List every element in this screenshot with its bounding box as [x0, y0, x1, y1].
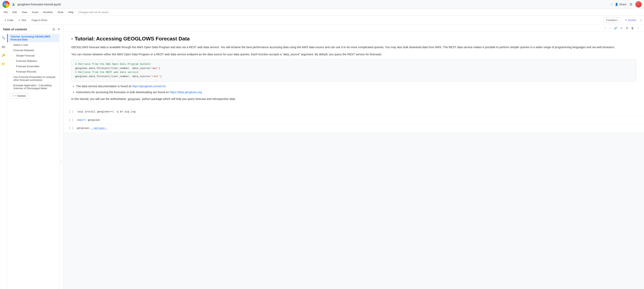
outro-paragraph: In this tutorial, you will use the autho… — [71, 97, 636, 102]
variable-icon[interactable]: {x} — [1, 44, 6, 49]
cell-content-1[interactable]: !pip install geoglows>=1 -q &> pip.log — [75, 109, 644, 115]
settings-icon[interactable]: ⚙ — [629, 2, 632, 7]
plus-icon: + — [4, 19, 6, 22]
more-button[interactable]: ⋮ — [636, 26, 641, 30]
data-link[interactable]: https://data.geoglows.org — [170, 91, 202, 94]
toc-item-tutorial[interactable]: Tutorial: Accessing GEOGLOWS Forecast Da… — [7, 34, 59, 42]
sidebar-nav-icons: 🔍 {x} 🔑 📁 — [0, 33, 7, 289]
main-layout: Table of contents ⊟ ✕ 🔍 {x} 🔑 📁 Tutorial… — [0, 25, 644, 289]
cell-gutter-3: [ ] — [63, 125, 75, 132]
folder-icon[interactable]: 📁 — [1, 61, 6, 67]
changes-warning: Changes will not be saved — [78, 11, 108, 14]
chrome-bar: CO geoglows-forecasts-tutorial.ipynb ☆ 👤… — [0, 0, 644, 9]
plus-section-icon: + — [12, 94, 14, 97]
cell-gutter-1: [ ] — [63, 109, 75, 115]
toc-item-use-ensembles[interactable]: Use Forecast Ensembles to compute other … — [7, 74, 59, 83]
docs-link[interactable]: https://geoglows.ecmwf.int — [132, 85, 165, 88]
toc-item-select-river[interactable]: Select a river — [7, 42, 59, 48]
geoglows-module: geoglows — [88, 119, 100, 122]
add-text-button[interactable]: + Text — [16, 18, 28, 23]
code-line-2: geoglows.data.forecast(river_number, dat… — [75, 66, 632, 71]
move-down-button[interactable]: ↓ — [608, 26, 612, 30]
cell-toolbar: ↑ ↓ 🔗 ✏ ⧉ 🗑 ⋮ — [63, 25, 644, 32]
menu-help[interactable]: Help — [66, 10, 76, 15]
menu-runtime[interactable]: Runtime — [41, 10, 55, 15]
copy-button[interactable]: ⧉ — [625, 26, 629, 30]
code-comment-1: # Retrieve from the AWS Open Data Progra… — [75, 63, 151, 66]
cell-gutter-2: [ ] — [63, 117, 75, 124]
notebook-toolbar: + Code + Text Copy to Drive Connect ▾ ✦ … — [0, 16, 644, 25]
code-cell-1: [ ] !pip install geoglows>=1 -q &> pip.l… — [63, 108, 644, 116]
colab-logo: CO — [2, 1, 10, 8]
toc-item-forecast-records[interactable]: Forecast Records — [7, 69, 59, 74]
list-item-docs: The data service documentation is found … — [76, 84, 636, 89]
toc-item-forecast-datasets[interactable]: Forecast Datasets — [7, 48, 59, 53]
search-icon[interactable]: 🔍 — [1, 35, 6, 41]
sidebar-collapse-button[interactable]: ‹ — [59, 33, 63, 289]
chrome-actions: 👤 Share ⚙ — [615, 1, 642, 8]
menu-view[interactable]: View — [20, 10, 29, 15]
link-button[interactable]: 🔗 — [613, 26, 618, 30]
intro-paragraph-2: You can choose between either the AWS Op… — [71, 52, 636, 57]
content-area: ↑ ↓ 🔗 ✏ ⧉ 🗑 ⋮ ▾ Tutorial: Accessing GEOG… — [63, 25, 644, 289]
intro-paragraph-1: GEOGLOWS forecast data is available thro… — [71, 45, 636, 50]
info-list: The data service documentation is found … — [76, 84, 636, 95]
add-code-button[interactable]: + Code — [2, 18, 15, 23]
notebook-heading: ▾ Tutorial: Accessing GEOGLOWS Forecast … — [71, 36, 636, 42]
menu-file[interactable]: File — [2, 10, 10, 15]
star-icon[interactable]: ☆ — [610, 3, 613, 6]
move-up-button[interactable]: ↑ — [604, 26, 607, 30]
sidebar-toc: Tutorial: Accessing GEOGLOWS Forecast Da… — [7, 33, 59, 289]
pip-command: !pip install geoglows>=1 -q &> pip.log — [77, 110, 136, 113]
sidebar: Table of contents ⊟ ✕ 🔍 {x} 🔑 📁 Tutorial… — [0, 25, 63, 289]
import-keyword: import — [77, 119, 86, 122]
toc-item-example-app[interactable]: Example Application - Calculating Volume… — [7, 83, 59, 91]
toc-item-forecast-ensembles[interactable]: Forecast Ensembles — [7, 64, 59, 69]
cell-content-2[interactable]: import geoglows — [75, 117, 644, 124]
share-button[interactable]: 👤 Share — [615, 3, 626, 6]
menu-bar: File Edit View Insert Runtime Tools Help… — [0, 9, 644, 16]
chevron-down-icon: ▾ — [616, 19, 618, 22]
connect-button[interactable]: Connect ▾ — [603, 17, 621, 23]
person-icon: 👤 — [615, 3, 618, 6]
drive-icon — [12, 3, 16, 6]
inline-code-block: # Retrieve from the AWS Open Data Progra… — [71, 59, 636, 82]
section-toggle[interactable]: ▾ — [71, 37, 73, 41]
copy-to-drive-button[interactable]: Copy to Drive — [29, 18, 50, 23]
sidebar-layout-icon[interactable]: ⊟ — [52, 27, 56, 32]
gemini-button[interactable]: ✦ Gemini — [622, 18, 638, 23]
cell-content-3[interactable]: geoglows.__version__ — [75, 125, 644, 132]
sidebar-body: 🔍 {x} 🔑 📁 Tutorial: Accessing GEOGLOWS F… — [0, 33, 63, 289]
plus-icon-text: + — [18, 19, 20, 22]
markdown-cell-intro: ▾ Tutorial: Accessing GEOGLOWS Forecast … — [63, 32, 644, 108]
toolbar-right: Connect ▾ ✦ Gemini › — [603, 17, 642, 23]
sidebar-title: Table of contents — [3, 28, 27, 31]
code-cell-3: [ ] geoglows.__version__ — [63, 124, 644, 133]
edit-button[interactable]: ✏ — [620, 26, 624, 30]
key-icon[interactable]: 🔑 — [1, 53, 6, 58]
menu-edit[interactable]: Edit — [10, 10, 19, 15]
add-section-button[interactable]: + + Section — [10, 93, 28, 99]
menu-tools[interactable]: Tools — [56, 10, 65, 15]
code-comment-2: # Retrieve from the REST web data servic… — [75, 71, 138, 74]
sidebar-header: Table of contents ⊟ ✕ — [0, 25, 63, 33]
toc-item-simple-forecast[interactable]: Simple Forecast — [7, 53, 59, 58]
version-code: geoglows.__version__ — [77, 127, 108, 130]
menu-insert[interactable]: Insert — [30, 10, 40, 15]
sidebar-header-icons: ⊟ ✕ — [52, 27, 60, 32]
delete-button[interactable]: 🗑 — [630, 26, 635, 30]
avatar[interactable] — [635, 1, 642, 8]
notebook-title: geoglows-forecasts-tutorial.ipynb — [18, 3, 608, 6]
sidebar-close-icon[interactable]: ✕ — [57, 27, 60, 32]
code-cell-2: [ ] import geoglows — [63, 116, 644, 124]
geoglows-inline-code: geoglows — [127, 98, 141, 101]
collapse-icon[interactable]: › — [640, 18, 642, 22]
toc-item-forecast-statistics[interactable]: Forecast Statistics — [7, 58, 59, 64]
list-item-instructions: Instructions for accessing the forecasts… — [76, 90, 636, 95]
code-line-4: geoglows.data.forecast(river_number, dat… — [75, 75, 632, 79]
